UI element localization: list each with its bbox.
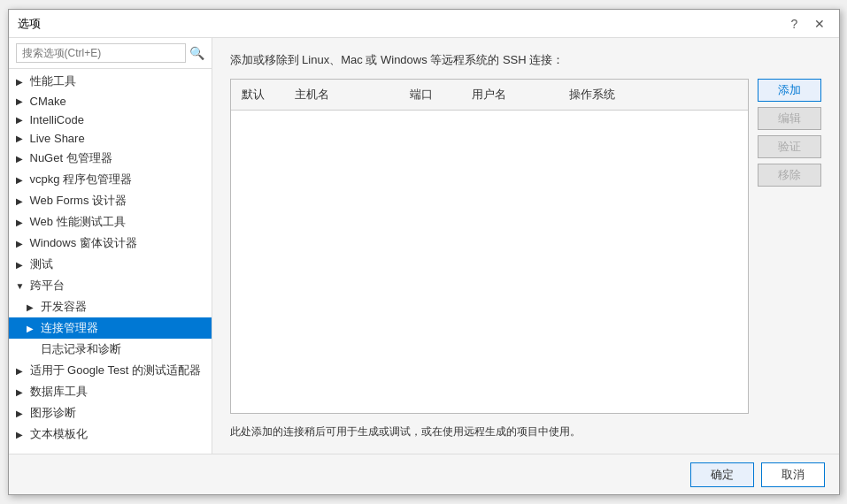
tree-arrow-graphdiag: ▶ xyxy=(16,409,27,418)
table-header: 默认 主机名 端口 用户名 操作系统 xyxy=(231,80,748,111)
tree-arrow-googletest: ▶ xyxy=(16,366,27,376)
sidebar: 🔍 ▶性能工具▶CMake▶IntelliCode▶Live Share▶NuG… xyxy=(9,38,212,454)
col-username: 用户名 xyxy=(461,83,558,106)
tree-label-googletest: 适用于 Google Test 的测试适配器 xyxy=(30,363,201,378)
content-description: 添加或移除到 Linux、Mac 或 Windows 等远程系统的 SSH 连接… xyxy=(230,52,821,68)
tree-label-nuget: NuGet 包管理器 xyxy=(30,150,112,166)
tree-item-vcpkg[interactable]: ▶vcpkg 程序包管理器 xyxy=(9,169,212,190)
tree-label-texttempl: 文本模板化 xyxy=(30,426,88,442)
options-dialog: 选项 ? ✕ 🔍 ▶性能工具▶CMake▶IntelliCode▶Live Sh… xyxy=(8,9,840,495)
tree-item-logdiag[interactable]: 日志记录和诊断 xyxy=(9,339,212,360)
help-button[interactable]: ? xyxy=(784,13,805,34)
tree-item-webforms[interactable]: ▶Web Forms 设计器 xyxy=(9,190,212,211)
close-button[interactable]: ✕ xyxy=(809,13,830,34)
tree-label-test: 测试 xyxy=(30,256,53,272)
tree-label-liveshare: Live Share xyxy=(30,132,85,145)
tree-item-graphdiag[interactable]: ▶图形诊断 xyxy=(9,402,212,424)
tree-arrow-dbtools: ▶ xyxy=(16,387,27,397)
tree-label-webperf: Web 性能测试工具 xyxy=(30,214,126,230)
dialog-body: 🔍 ▶性能工具▶CMake▶IntelliCode▶Live Share▶NuG… xyxy=(9,38,839,454)
tree-item-perf[interactable]: ▶性能工具 xyxy=(9,71,212,92)
title-bar-buttons: ? ✕ xyxy=(784,13,830,34)
tree-item-nuget[interactable]: ▶NuGet 包管理器 xyxy=(9,148,212,169)
add-button[interactable]: 添加 xyxy=(758,79,821,102)
tree-arrow-webperf: ▶ xyxy=(16,218,27,227)
cancel-button[interactable]: 取消 xyxy=(761,462,825,487)
tree-item-dbtools[interactable]: ▶数据库工具 xyxy=(9,381,212,402)
edit-button[interactable]: 编辑 xyxy=(758,107,821,130)
tree-label-cmake: CMake xyxy=(30,95,66,108)
title-bar-left: 选项 xyxy=(18,16,41,32)
tree-arrow-winforms: ▶ xyxy=(16,239,27,248)
dialog-footer: 确定 取消 xyxy=(9,454,839,494)
col-port: 端口 xyxy=(399,83,461,106)
search-box: 🔍 xyxy=(9,38,212,69)
tree-arrow-perf: ▶ xyxy=(16,77,27,87)
tree-item-crossplat[interactable]: ▼跨平台 xyxy=(9,275,212,296)
tree-label-intellicode: IntelliCode xyxy=(30,113,84,126)
tree-label-graphdiag: 图形诊断 xyxy=(30,405,76,421)
content-area: 添加或移除到 Linux、Mac 或 Windows 等远程系统的 SSH 连接… xyxy=(212,38,839,454)
tree-item-winforms[interactable]: ▶Windows 窗体设计器 xyxy=(9,233,212,254)
tree-item-devcontainer[interactable]: ▶开发容器 xyxy=(9,296,212,317)
title-bar: 选项 ? ✕ xyxy=(9,10,839,38)
tree-label-vcpkg: vcpkg 程序包管理器 xyxy=(30,172,133,187)
col-default: 默认 xyxy=(231,83,284,106)
tree-label-dbtools: 数据库工具 xyxy=(30,384,88,400)
content-main: 默认 主机名 端口 用户名 操作系统 添加 编辑 验证 移除 xyxy=(230,79,821,414)
footer-note: 此处添加的连接稍后可用于生成或调试，或在使用远程生成的项目中使用。 xyxy=(230,424,821,439)
tree-item-texttempl[interactable]: ▶文本模板化 xyxy=(9,424,212,445)
tree-label-connmgr: 连接管理器 xyxy=(41,320,98,336)
action-buttons: 添加 编辑 验证 移除 xyxy=(758,79,821,414)
tree-label-webforms: Web Forms 设计器 xyxy=(30,193,127,209)
tree-label-winforms: Windows 窗体设计器 xyxy=(30,235,137,251)
tree-arrow-crossplat: ▼ xyxy=(16,281,27,291)
tree-label-crossplat: 跨平台 xyxy=(30,278,65,294)
tree-arrow-connmgr: ▶ xyxy=(27,324,37,333)
tree-item-cmake[interactable]: ▶CMake xyxy=(9,92,212,111)
tree-label-perf: 性能工具 xyxy=(30,73,76,89)
search-input[interactable] xyxy=(16,43,186,63)
tree-label-devcontainer: 开发容器 xyxy=(41,299,87,315)
tree-arrow-test: ▶ xyxy=(16,260,27,270)
tree-item-intellicode[interactable]: ▶IntelliCode xyxy=(9,111,212,129)
tree-arrow-nuget: ▶ xyxy=(16,154,27,164)
col-os: 操作系统 xyxy=(558,83,748,106)
tree-arrow-vcpkg: ▶ xyxy=(16,175,27,185)
tree-arrow-cmake: ▶ xyxy=(16,96,27,106)
search-icon: 🔍 xyxy=(189,46,204,60)
verify-button[interactable]: 验证 xyxy=(758,135,821,158)
table-body xyxy=(231,111,748,413)
tree-label-logdiag: 日志记录和诊断 xyxy=(41,341,121,357)
tree-arrow-texttempl: ▶ xyxy=(16,430,27,439)
tree: ▶性能工具▶CMake▶IntelliCode▶Live Share▶NuGet… xyxy=(9,69,212,454)
tree-item-webperf[interactable]: ▶Web 性能测试工具 xyxy=(9,211,212,233)
tree-arrow-liveshare: ▶ xyxy=(16,134,27,143)
dialog-title: 选项 xyxy=(18,16,41,32)
connections-table: 默认 主机名 端口 用户名 操作系统 xyxy=(230,79,749,414)
tree-item-liveshare[interactable]: ▶Live Share xyxy=(9,129,212,148)
remove-button[interactable]: 移除 xyxy=(758,164,821,187)
col-hostname: 主机名 xyxy=(284,83,399,106)
tree-item-googletest[interactable]: ▶适用于 Google Test 的测试适配器 xyxy=(9,360,212,381)
tree-item-test[interactable]: ▶测试 xyxy=(9,254,212,275)
tree-arrow-webforms: ▶ xyxy=(16,196,27,206)
tree-item-connmgr[interactable]: ▶连接管理器 xyxy=(9,317,212,339)
tree-arrow-devcontainer: ▶ xyxy=(27,302,37,312)
tree-arrow-intellicode: ▶ xyxy=(16,115,27,125)
confirm-button[interactable]: 确定 xyxy=(690,462,754,487)
